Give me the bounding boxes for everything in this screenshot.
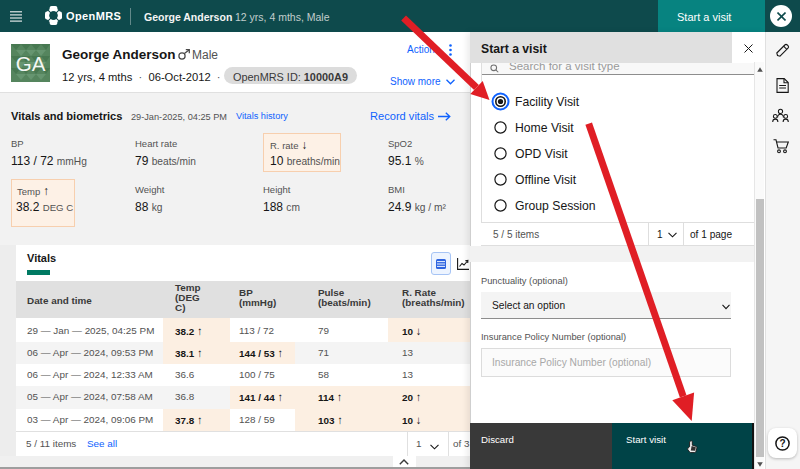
svg-text:?: ? bbox=[779, 438, 785, 449]
svg-text:GA: GA bbox=[16, 52, 46, 75]
